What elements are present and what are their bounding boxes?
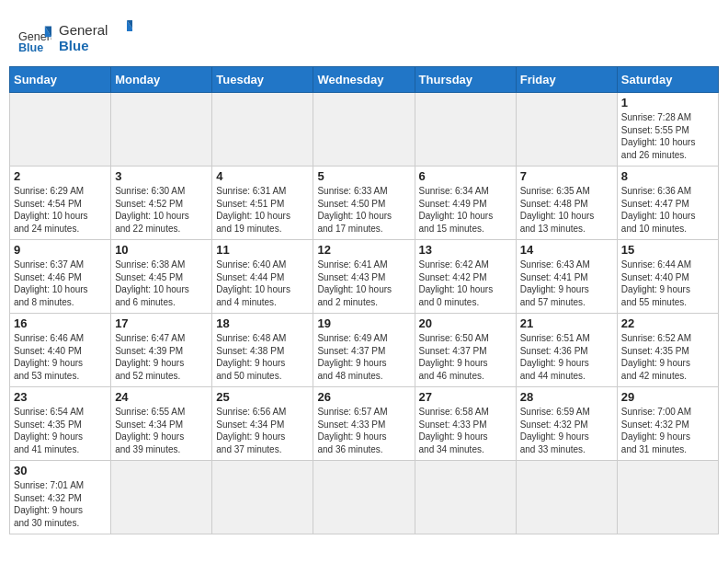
day-number: 22 xyxy=(621,316,714,330)
calendar-cell: 27Sunrise: 6:58 AMSunset: 4:33 PMDayligh… xyxy=(415,387,516,461)
svg-text:General: General xyxy=(59,22,108,38)
col-header-thursday: Thursday xyxy=(415,67,516,93)
calendar-cell: 25Sunrise: 6:56 AMSunset: 4:34 PMDayligh… xyxy=(212,387,313,461)
day-info: Sunrise: 6:47 AMSunset: 4:39 PMDaylight:… xyxy=(115,332,208,382)
day-info: Sunrise: 7:01 AMSunset: 4:32 PMDaylight:… xyxy=(14,479,107,529)
day-info: Sunrise: 6:46 AMSunset: 4:40 PMDaylight:… xyxy=(14,332,107,382)
day-number: 27 xyxy=(419,390,512,404)
col-header-sunday: Sunday xyxy=(10,67,111,93)
day-number: 29 xyxy=(621,390,714,404)
calendar-cell: 23Sunrise: 6:54 AMSunset: 4:35 PMDayligh… xyxy=(10,387,111,461)
logo: General Blue General Blue xyxy=(18,18,132,59)
calendar-cell: 28Sunrise: 6:59 AMSunset: 4:32 PMDayligh… xyxy=(516,387,617,461)
day-number: 18 xyxy=(216,316,309,330)
day-number: 21 xyxy=(520,316,613,330)
day-info: Sunrise: 6:44 AMSunset: 4:40 PMDaylight:… xyxy=(621,259,714,308)
calendar-cell: 12Sunrise: 6:41 AMSunset: 4:43 PMDayligh… xyxy=(313,240,415,314)
day-number: 16 xyxy=(14,316,107,330)
day-info: Sunrise: 6:37 AMSunset: 4:46 PMDaylight:… xyxy=(14,259,107,308)
calendar-cell: 11Sunrise: 6:40 AMSunset: 4:44 PMDayligh… xyxy=(212,240,313,314)
logo-svg: General Blue xyxy=(59,18,132,55)
calendar-cell xyxy=(10,93,111,167)
day-info: Sunrise: 6:40 AMSunset: 4:44 PMDaylight:… xyxy=(216,259,309,308)
calendar-cell: 9Sunrise: 6:37 AMSunset: 4:46 PMDaylight… xyxy=(10,240,111,314)
calendar-cell: 15Sunrise: 6:44 AMSunset: 4:40 PMDayligh… xyxy=(617,240,718,314)
day-number: 28 xyxy=(520,390,613,404)
calendar-cell: 17Sunrise: 6:47 AMSunset: 4:39 PMDayligh… xyxy=(111,314,212,387)
calendar-cell: 2Sunrise: 6:29 AMSunset: 4:54 PMDaylight… xyxy=(10,167,111,240)
day-info: Sunrise: 6:42 AMSunset: 4:42 PMDaylight:… xyxy=(419,259,512,308)
week-row-5: 23Sunrise: 6:54 AMSunset: 4:35 PMDayligh… xyxy=(10,387,719,461)
day-number: 25 xyxy=(216,390,309,404)
calendar-cell: 18Sunrise: 6:48 AMSunset: 4:38 PMDayligh… xyxy=(212,314,313,387)
day-info: Sunrise: 6:36 AMSunset: 4:47 PMDaylight:… xyxy=(621,185,714,235)
calendar-cell: 30Sunrise: 7:01 AMSunset: 4:32 PMDayligh… xyxy=(10,461,111,534)
day-info: Sunrise: 6:31 AMSunset: 4:51 PMDaylight:… xyxy=(216,185,309,235)
day-number: 23 xyxy=(14,390,107,404)
week-row-2: 2Sunrise: 6:29 AMSunset: 4:54 PMDaylight… xyxy=(10,167,719,240)
calendar-cell xyxy=(313,461,415,534)
week-row-4: 16Sunrise: 6:46 AMSunset: 4:40 PMDayligh… xyxy=(10,314,719,387)
day-number: 8 xyxy=(621,169,714,183)
day-info: Sunrise: 6:43 AMSunset: 4:41 PMDaylight:… xyxy=(520,259,613,308)
calendar-cell: 1Sunrise: 7:28 AMSunset: 5:55 PMDaylight… xyxy=(617,93,718,167)
calendar-cell xyxy=(415,461,516,534)
calendar-cell: 8Sunrise: 6:36 AMSunset: 4:47 PMDaylight… xyxy=(617,167,718,240)
day-number: 3 xyxy=(115,169,208,183)
day-number: 7 xyxy=(520,169,613,183)
day-info: Sunrise: 6:56 AMSunset: 4:34 PMDaylight:… xyxy=(216,406,309,455)
calendar-cell xyxy=(212,93,313,167)
calendar-table: SundayMondayTuesdayWednesdayThursdayFrid… xyxy=(9,66,719,534)
day-number: 19 xyxy=(317,316,410,330)
day-info: Sunrise: 6:58 AMSunset: 4:33 PMDaylight:… xyxy=(419,406,512,455)
calendar-cell: 22Sunrise: 6:52 AMSunset: 4:35 PMDayligh… xyxy=(617,314,718,387)
calendar-cell xyxy=(516,93,617,167)
calendar-cell: 10Sunrise: 6:38 AMSunset: 4:45 PMDayligh… xyxy=(111,240,212,314)
day-info: Sunrise: 6:59 AMSunset: 4:32 PMDaylight:… xyxy=(520,406,613,455)
page-header: General Blue General Blue xyxy=(9,9,719,66)
day-info: Sunrise: 6:49 AMSunset: 4:37 PMDaylight:… xyxy=(317,332,410,382)
day-number: 11 xyxy=(216,243,309,257)
day-info: Sunrise: 7:28 AMSunset: 5:55 PMDaylight:… xyxy=(621,111,714,161)
day-number: 20 xyxy=(419,316,512,330)
day-info: Sunrise: 6:38 AMSunset: 4:45 PMDaylight:… xyxy=(115,259,208,308)
calendar-cell: 16Sunrise: 6:46 AMSunset: 4:40 PMDayligh… xyxy=(10,314,111,387)
week-row-6: 30Sunrise: 7:01 AMSunset: 4:32 PMDayligh… xyxy=(10,461,719,534)
day-number: 9 xyxy=(14,243,107,257)
day-number: 13 xyxy=(419,243,512,257)
col-header-tuesday: Tuesday xyxy=(212,67,313,93)
calendar-cell: 5Sunrise: 6:33 AMSunset: 4:50 PMDaylight… xyxy=(313,167,415,240)
col-header-saturday: Saturday xyxy=(617,67,718,93)
day-number: 17 xyxy=(115,316,208,330)
day-info: Sunrise: 6:52 AMSunset: 4:35 PMDaylight:… xyxy=(621,332,714,382)
calendar-cell: 7Sunrise: 6:35 AMSunset: 4:48 PMDaylight… xyxy=(516,167,617,240)
day-number: 10 xyxy=(115,243,208,257)
calendar-cell: 3Sunrise: 6:30 AMSunset: 4:52 PMDaylight… xyxy=(111,167,212,240)
calendar-cell: 6Sunrise: 6:34 AMSunset: 4:49 PMDaylight… xyxy=(415,167,516,240)
calendar-header-row: SundayMondayTuesdayWednesdayThursdayFrid… xyxy=(10,67,719,93)
day-info: Sunrise: 7:00 AMSunset: 4:32 PMDaylight:… xyxy=(621,406,714,455)
day-info: Sunrise: 6:54 AMSunset: 4:35 PMDaylight:… xyxy=(14,406,107,455)
day-info: Sunrise: 6:29 AMSunset: 4:54 PMDaylight:… xyxy=(14,185,107,235)
week-row-3: 9Sunrise: 6:37 AMSunset: 4:46 PMDaylight… xyxy=(10,240,719,314)
day-number: 15 xyxy=(621,243,714,257)
day-number: 2 xyxy=(14,169,107,183)
day-info: Sunrise: 6:50 AMSunset: 4:37 PMDaylight:… xyxy=(419,332,512,382)
day-info: Sunrise: 6:57 AMSunset: 4:33 PMDaylight:… xyxy=(317,406,410,455)
svg-text:Blue: Blue xyxy=(59,38,89,53)
day-info: Sunrise: 6:34 AMSunset: 4:49 PMDaylight:… xyxy=(419,185,512,235)
col-header-monday: Monday xyxy=(111,67,212,93)
day-number: 24 xyxy=(115,390,208,404)
col-header-wednesday: Wednesday xyxy=(313,67,415,93)
calendar-cell: 13Sunrise: 6:42 AMSunset: 4:42 PMDayligh… xyxy=(415,240,516,314)
calendar-cell: 24Sunrise: 6:55 AMSunset: 4:34 PMDayligh… xyxy=(111,387,212,461)
col-header-friday: Friday xyxy=(516,67,617,93)
day-number: 26 xyxy=(317,390,410,404)
calendar-cell: 14Sunrise: 6:43 AMSunset: 4:41 PMDayligh… xyxy=(516,240,617,314)
calendar-cell xyxy=(415,93,516,167)
day-number: 5 xyxy=(317,169,410,183)
svg-text:Blue: Blue xyxy=(18,41,43,54)
calendar-cell xyxy=(111,461,212,534)
calendar-cell: 20Sunrise: 6:50 AMSunset: 4:37 PMDayligh… xyxy=(415,314,516,387)
day-number: 4 xyxy=(216,169,309,183)
